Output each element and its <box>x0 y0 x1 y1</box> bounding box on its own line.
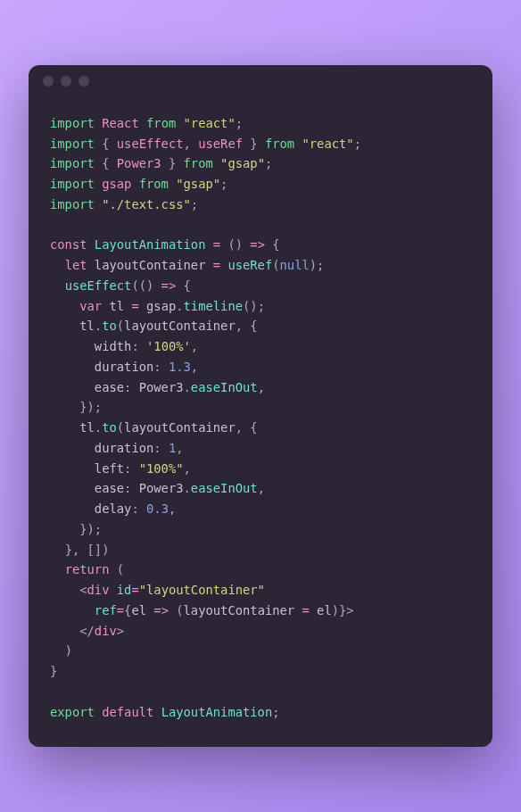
close-useeffect: }, []) <box>65 543 110 557</box>
arrow: => <box>153 278 183 293</box>
string-layoutcontainer: "layoutContainer" <box>139 583 265 597</box>
maximize-dot-icon[interactable] <box>79 76 89 87</box>
close-brace-paren: }); <box>79 522 102 536</box>
dot: . <box>95 420 102 435</box>
brace: } <box>243 137 258 151</box>
fn-useeffect: useEffect <box>65 278 132 293</box>
prop-left: left <box>95 461 124 476</box>
ident-layoutcontainer: layoutContainer <box>95 258 206 272</box>
paren-close: ); <box>310 258 325 272</box>
paren: (() <box>131 278 153 293</box>
equals: = <box>131 583 138 597</box>
comma: , <box>258 481 265 495</box>
brace: { <box>102 137 117 151</box>
ident-useref: useRef <box>198 137 243 151</box>
ident-layoutcontainer: layoutContainer <box>184 603 295 617</box>
keyword-let: let <box>65 258 87 272</box>
tag-close: > <box>117 624 124 638</box>
paren-close: ) <box>332 603 339 617</box>
ident-tl: tl <box>79 420 95 435</box>
paren: ( <box>117 420 124 435</box>
ident-react: React <box>102 116 139 130</box>
ident-el: el <box>131 603 146 617</box>
colon: : <box>124 481 139 495</box>
paren: ( <box>272 258 279 272</box>
semicolon: ; <box>272 705 279 719</box>
number-1.3: 1.3 <box>169 360 191 374</box>
brace: { <box>102 156 117 170</box>
code-window: import React from "react"; import { useE… <box>29 65 492 748</box>
brace: } <box>161 156 177 170</box>
keyword-const: const <box>50 237 87 252</box>
keyword-import: import <box>50 116 95 130</box>
ident-el: el <box>317 603 332 617</box>
tag-div: div <box>87 583 110 597</box>
string-react: "react" <box>184 116 236 130</box>
ident-gsap: gsap <box>146 299 176 313</box>
colon: : <box>124 461 139 476</box>
keyword-import: import <box>50 177 95 191</box>
ident-power3: Power3 <box>139 380 184 394</box>
ident-power3: Power3 <box>139 481 184 495</box>
semicolon: ; <box>220 177 227 191</box>
number-1: 1 <box>169 441 176 455</box>
keyword-return: return <box>65 562 110 576</box>
comma: , <box>258 380 265 394</box>
paren-close: ) <box>65 643 72 658</box>
paren-open: ( <box>176 603 183 617</box>
keyword-import: import <box>50 156 95 170</box>
paren: ( <box>117 319 124 333</box>
fn-useref: useRef <box>227 258 272 272</box>
keyword-export: export <box>50 705 95 719</box>
semicolon: ; <box>265 156 272 170</box>
arrow: => <box>243 237 272 252</box>
fn-timeline: timeline <box>184 299 243 313</box>
equals: = <box>124 299 146 313</box>
brace: { <box>184 278 191 293</box>
string-gsap: "gsap" <box>220 156 265 170</box>
fn-to: to <box>102 319 117 333</box>
colon: : <box>153 441 169 455</box>
minimize-dot-icon[interactable] <box>61 76 71 87</box>
dot: . <box>176 299 183 313</box>
semicolon: ; <box>236 116 243 130</box>
close-dot-icon[interactable] <box>43 76 54 87</box>
keyword-var: var <box>79 299 102 313</box>
ident-layoutcontainer: layoutContainer <box>124 420 236 435</box>
ident-useeffect: useEffect <box>117 137 184 151</box>
paren: () <box>227 237 243 252</box>
tag-close: > <box>346 603 353 617</box>
tag-div: div <box>95 624 117 638</box>
colon: : <box>124 380 139 394</box>
string-gsap: "gsap" <box>176 177 220 191</box>
null-literal: null <box>280 258 310 272</box>
keyword-default: default <box>102 705 153 719</box>
string-react: "react" <box>302 137 354 151</box>
comma: , <box>184 461 191 476</box>
semicolon: ; <box>191 197 198 211</box>
colon: : <box>153 360 169 374</box>
keyword-from: from <box>146 116 176 130</box>
close-brace-paren: }); <box>79 400 102 414</box>
ident-tl: tl <box>79 319 95 333</box>
prop-duration: duration <box>95 441 153 455</box>
prop-duration: duration <box>95 360 153 374</box>
brace-close: } <box>50 664 57 678</box>
equals: = <box>117 603 124 617</box>
colon: : <box>131 501 146 516</box>
prop-easeinout: easeInOut <box>191 481 258 495</box>
fn-to: to <box>102 420 117 435</box>
equals: = <box>205 258 227 272</box>
ident-layoutcontainer: layoutContainer <box>124 319 236 333</box>
number-0.3: 0.3 <box>146 501 169 516</box>
dot: . <box>184 380 191 394</box>
prop-width: width <box>95 339 132 353</box>
comma: , <box>191 339 198 353</box>
keyword-import: import <box>50 197 95 211</box>
ident-layoutanimation: LayoutAnimation <box>161 705 273 719</box>
equals: = <box>294 603 317 617</box>
string-100pct: '100%' <box>146 339 191 353</box>
call: (); <box>243 299 265 313</box>
arrow: => <box>146 603 176 617</box>
semicolon: ; <box>354 137 361 151</box>
